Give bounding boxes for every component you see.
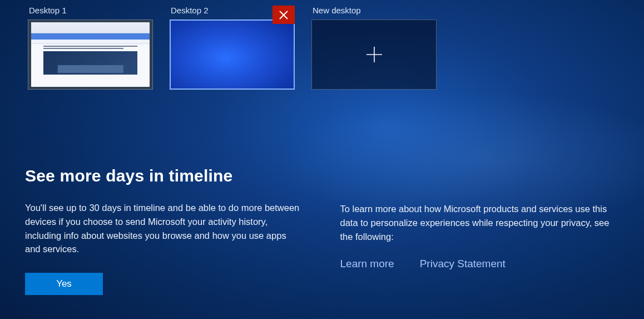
close-icon	[279, 10, 289, 20]
thumbnail-preview	[31, 22, 150, 87]
promo-title: See more days in timeline	[25, 166, 301, 185]
plus-icon	[365, 45, 384, 64]
new-desktop-button[interactable]	[311, 19, 437, 90]
promo-body-right: To learn more about how Microsoft produc…	[340, 202, 617, 243]
privacy-statement-link[interactable]: Privacy Statement	[420, 258, 506, 270]
promo-body-left: You'll see up to 30 days in timeline and…	[25, 201, 301, 256]
desktop-slot: Desktop 2	[170, 6, 295, 90]
yes-button[interactable]: Yes	[25, 273, 103, 295]
promo-left-column: See more days in timeline You'll see up …	[25, 166, 301, 295]
close-desktop-button[interactable]	[273, 6, 295, 24]
desktop-label: Desktop 1	[28, 6, 153, 15]
desktop-slot: Desktop 1	[28, 6, 153, 90]
desktop-thumbnail-2[interactable]	[170, 19, 295, 90]
learn-more-link[interactable]: Learn more	[340, 258, 394, 270]
new-desktop-slot: New desktop	[311, 6, 437, 90]
promo-links: Learn more Privacy Statement	[340, 258, 617, 270]
desktop-thumbnail-1[interactable]	[28, 19, 153, 90]
promo-right-column: To learn more about how Microsoft produc…	[340, 166, 617, 295]
timeline-promo-panel: See more days in timeline You'll see up …	[0, 94, 644, 295]
virtual-desktops-strip: Desktop 1 Desktop 2 New desktop	[0, 0, 644, 94]
new-desktop-label: New desktop	[311, 6, 437, 15]
